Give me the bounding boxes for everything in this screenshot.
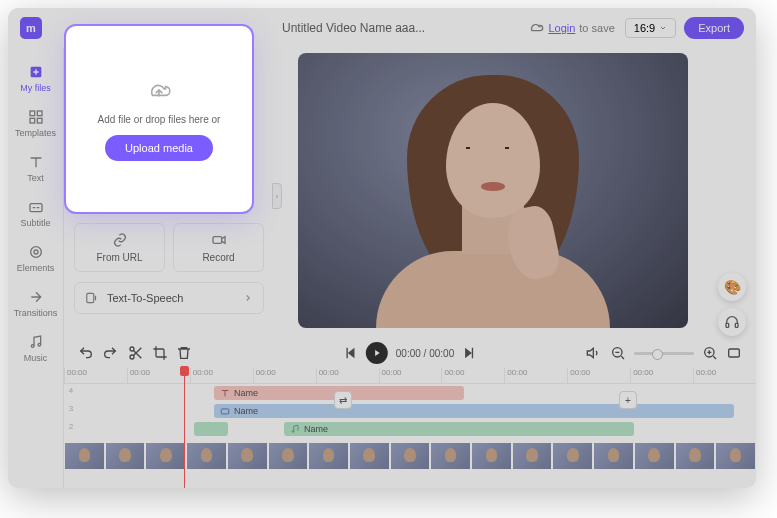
login-link[interactable]: Login — [548, 22, 575, 34]
audio-clip[interactable]: Name — [284, 422, 634, 436]
video-thumb[interactable] — [512, 442, 553, 470]
svg-rect-10 — [213, 237, 222, 244]
sidebar-item-subtitle[interactable]: Subtitle — [8, 191, 64, 236]
audio-clip-short[interactable] — [194, 422, 228, 436]
edit-group — [78, 345, 118, 361]
zoom-slider[interactable] — [634, 352, 694, 355]
zoom-out-button[interactable] — [610, 345, 626, 361]
sidebar-item-music[interactable]: Music — [8, 326, 64, 371]
video-thumb[interactable] — [64, 442, 105, 470]
video-thumb[interactable] — [715, 442, 756, 470]
headphones-icon — [724, 314, 740, 330]
time-ruler[interactable]: 00:00 00:00 00:00 00:00 00:00 00:00 00:0… — [64, 368, 756, 384]
svg-point-15 — [130, 355, 134, 359]
svg-rect-13 — [735, 323, 738, 327]
playhead[interactable] — [184, 368, 185, 488]
subtitle-icon — [220, 406, 230, 416]
sidebar-item-elements[interactable]: Elements — [8, 236, 64, 281]
video-thumb[interactable] — [145, 442, 186, 470]
music-icon — [290, 424, 300, 434]
crop-button[interactable] — [152, 345, 168, 361]
from-url-label: From URL — [96, 252, 142, 263]
split-button[interactable] — [128, 345, 144, 361]
login-prompt: Login to save — [528, 20, 614, 36]
sidebar-item-myfiles[interactable]: My files — [8, 56, 64, 101]
ruler-tick: 00:00 — [630, 368, 693, 383]
export-button[interactable]: Export — [684, 17, 744, 39]
video-thumb[interactable] — [390, 442, 431, 470]
drop-text: Add file or drop files here or — [98, 114, 221, 125]
video-thumb[interactable] — [349, 442, 390, 470]
aspect-ratio-select[interactable]: 16:9 — [625, 18, 676, 38]
redo-button[interactable] — [102, 345, 118, 361]
float-support-button[interactable] — [718, 308, 746, 336]
tracks: 4 Name 3 Name 2 Name — [64, 386, 756, 470]
ruler-tick: 00:00 — [441, 368, 504, 383]
video-preview[interactable] — [298, 53, 688, 328]
text-icon — [28, 154, 44, 170]
zoom-in-button[interactable] — [702, 345, 718, 361]
svg-point-8 — [31, 345, 34, 348]
project-title[interactable]: Untitled Video Name aaa... — [282, 21, 425, 35]
video-thumb[interactable] — [471, 442, 512, 470]
camera-icon — [211, 232, 227, 248]
sidebar-item-templates[interactable]: Templates — [8, 101, 64, 146]
video-thumb[interactable] — [186, 442, 227, 470]
clip-group — [128, 345, 192, 361]
skip-back-button[interactable] — [342, 345, 358, 361]
video-thumb[interactable] — [268, 442, 309, 470]
play-button[interactable] — [366, 342, 388, 364]
svg-rect-18 — [729, 349, 740, 357]
video-track[interactable]: ⇄ + — [64, 442, 756, 470]
video-thumb[interactable] — [105, 442, 146, 470]
chevron-down-icon — [659, 24, 667, 32]
ruler-tick: 00:00 — [316, 368, 379, 383]
add-transition-button[interactable]: + — [619, 391, 637, 409]
sidebar-item-label: My files — [20, 83, 51, 93]
video-thumb[interactable] — [430, 442, 471, 470]
undo-button[interactable] — [78, 345, 94, 361]
from-url-card[interactable]: From URL — [74, 223, 165, 272]
time-display: 00:00 / 00:00 — [396, 348, 454, 359]
track-audio[interactable]: 2 Name — [64, 422, 756, 438]
track-subtitle[interactable]: 3 Name — [64, 404, 756, 420]
record-card[interactable]: Record — [173, 223, 264, 272]
video-thumb[interactable] — [675, 442, 716, 470]
tts-button[interactable]: Text-To-Speech — [74, 282, 264, 314]
subtitle-clip[interactable]: Name — [214, 404, 734, 418]
video-thumb[interactable] — [634, 442, 675, 470]
subtitle-icon — [28, 199, 44, 215]
ruler-tick: 00:00 — [190, 368, 253, 383]
ruler-tick: 00:00 — [504, 368, 567, 383]
clip-label: Name — [234, 406, 258, 416]
sidebar-item-text[interactable]: Text — [8, 146, 64, 191]
video-thumb[interactable] — [593, 442, 634, 470]
sidebar-item-transitions[interactable]: Transitions — [8, 281, 64, 326]
svg-rect-5 — [30, 204, 42, 212]
delete-button[interactable] — [176, 345, 192, 361]
fit-button[interactable] — [726, 345, 742, 361]
track-index: 2 — [64, 422, 78, 431]
app-logo[interactable]: m — [20, 17, 42, 39]
track-text[interactable]: 4 Name — [64, 386, 756, 402]
link-icon — [112, 232, 128, 248]
upload-media-button[interactable]: Upload media — [105, 135, 213, 161]
timeline[interactable]: 00:00 00:00 00:00 00:00 00:00 00:00 00:0… — [64, 368, 756, 488]
video-thumb[interactable] — [308, 442, 349, 470]
svg-rect-4 — [37, 118, 42, 123]
text-icon — [220, 388, 230, 398]
volume-button[interactable] — [586, 345, 602, 361]
svg-point-9 — [38, 343, 41, 346]
track-index: 4 — [64, 386, 78, 395]
login-suffix: to save — [579, 22, 614, 34]
logo-letter: m — [26, 22, 36, 34]
svg-rect-1 — [30, 111, 35, 116]
upload-highlight-box[interactable]: Add file or drop files here or Upload me… — [64, 24, 254, 214]
video-thumb[interactable] — [227, 442, 268, 470]
video-thumb[interactable] — [552, 442, 593, 470]
skip-forward-button[interactable] — [462, 345, 478, 361]
svg-point-6 — [30, 247, 41, 258]
transition-marker[interactable]: ⇄ — [334, 391, 352, 409]
float-palette-button[interactable]: 🎨 — [718, 273, 746, 301]
collapse-panel-button[interactable]: ‹ — [272, 183, 282, 209]
